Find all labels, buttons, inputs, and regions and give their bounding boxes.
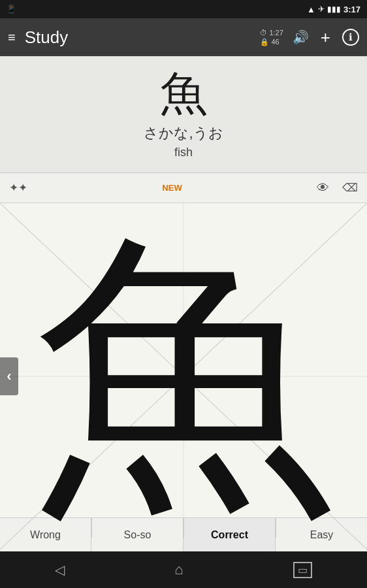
kanji-header: 魚 さかな,うお fish: [0, 56, 367, 173]
kanji-meaning: fish: [13, 146, 354, 159]
info-button[interactable]: ℹ: [342, 29, 359, 46]
toolbar-right: 👁 ⌫: [317, 181, 358, 195]
volume-button[interactable]: 🔊: [293, 29, 309, 45]
lock-value: 46: [271, 37, 279, 46]
canvas-kanji-display: 魚: [0, 203, 367, 549]
answer-row: Wrong So-so Correct Easy: [0, 517, 367, 551]
home-button[interactable]: ⌂: [174, 561, 183, 578]
recents-button[interactable]: ▭: [293, 562, 312, 578]
screen-icon: 📱: [7, 5, 16, 14]
lock-icon: 🔒: [260, 37, 269, 46]
wrong-label: Wrong: [30, 529, 61, 541]
status-bar: 📱 ▲ ✈ ▮▮▮ 3:17: [0, 0, 367, 18]
eye-icon[interactable]: 👁: [317, 181, 329, 195]
kanji-reading: さかな,うお: [13, 123, 354, 143]
magic-wand-icon[interactable]: ✦✦: [9, 181, 27, 195]
lock-row: 🔒 46: [260, 37, 283, 46]
previous-button[interactable]: ‹: [0, 357, 18, 395]
left-arrow-icon: ‹: [7, 368, 11, 385]
page-title: Study: [25, 27, 251, 48]
svg-line-1: [0, 203, 367, 549]
airplane-icon: ✈: [318, 5, 325, 14]
canvas-area[interactable]: 魚 ‹: [0, 203, 367, 549]
new-badge: NEW: [162, 183, 182, 193]
correct-label: Correct: [211, 529, 248, 541]
add-button[interactable]: +: [321, 27, 330, 48]
toolbar-row: ✦✦ NEW 👁 ⌫: [0, 173, 367, 203]
wrong-button[interactable]: Wrong: [0, 518, 91, 551]
easy-button[interactable]: Easy: [276, 518, 367, 551]
canvas-character: 魚: [33, 226, 334, 527]
correct-button[interactable]: Correct: [184, 518, 276, 551]
nav-bar: ≡ Study ⏱ 1:27 🔒 46 🔊 + ℹ: [0, 18, 367, 56]
nav-actions: 🔊 + ℹ: [293, 27, 359, 48]
timer-icon: ⏱: [260, 28, 267, 37]
timer-row: ⏱ 1:27: [260, 28, 283, 37]
battery-icon: ▮▮▮: [327, 5, 341, 14]
eraser-icon[interactable]: ⌫: [342, 181, 358, 195]
time-display: 3:17: [343, 5, 360, 14]
back-button[interactable]: ◁: [55, 562, 65, 578]
system-nav: ◁ ⌂ ▭: [0, 551, 367, 588]
soso-label: So-so: [124, 529, 152, 541]
status-left: 📱: [7, 5, 16, 14]
timer-value: 1:27: [269, 28, 283, 37]
wifi-icon: ▲: [307, 5, 315, 14]
status-right: ▲ ✈ ▮▮▮ 3:17: [307, 5, 360, 14]
nav-meta: ⏱ 1:27 🔒 46: [260, 28, 283, 47]
easy-label: Easy: [310, 529, 334, 541]
soso-button[interactable]: So-so: [92, 518, 184, 551]
kanji-character: 魚: [13, 68, 354, 120]
svg-line-0: [0, 203, 367, 549]
menu-icon[interactable]: ≡: [8, 30, 16, 45]
grid-lines: [0, 203, 367, 549]
toolbar-left: ✦✦: [9, 181, 27, 195]
